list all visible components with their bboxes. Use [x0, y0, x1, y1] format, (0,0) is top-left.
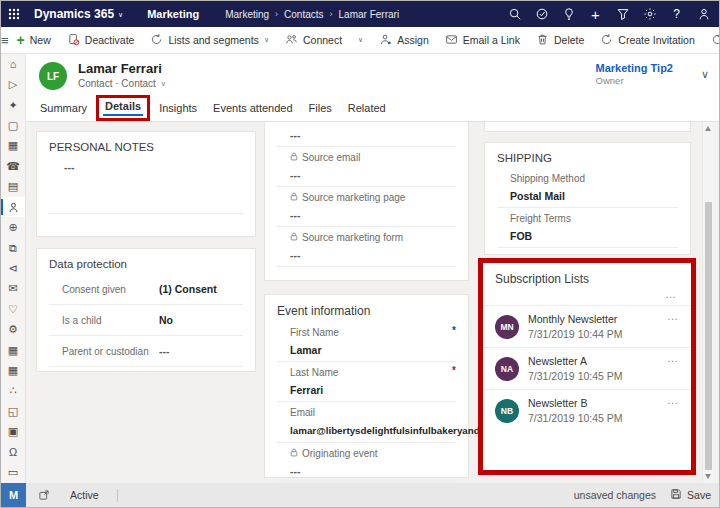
field-parent-or-custodian[interactable]: Parent or custodian ---: [49, 336, 243, 367]
chevron-down-icon[interactable]: ∨: [161, 80, 166, 88]
save-button[interactable]: Save: [670, 488, 711, 502]
more-options-icon[interactable]: …: [667, 352, 679, 364]
contacts-icon[interactable]: [1, 197, 25, 217]
lightbulb-icon[interactable]: [555, 1, 582, 27]
files-icon[interactable]: ⧉: [1, 238, 25, 258]
calendar-icon[interactable]: ▦: [1, 136, 25, 156]
home-icon[interactable]: ⌂: [1, 54, 25, 74]
calendar-icon[interactable]: ▦: [1, 340, 25, 360]
segments-icon[interactable]: ⊕: [1, 217, 25, 237]
page-icon[interactable]: ▢: [1, 115, 25, 135]
create-invitation-button[interactable]: Create Invitation: [592, 27, 702, 53]
new-button[interactable]: + New: [9, 27, 59, 53]
settings-gear-icon[interactable]: [636, 1, 663, 27]
record-status: Active: [70, 489, 99, 501]
source-fields-card: --- Source email --- Source marketing pa…: [264, 122, 469, 281]
pinned-icon[interactable]: ✦: [1, 95, 25, 115]
field-shipping-method[interactable]: Shipping Method Postal Mail: [497, 168, 678, 208]
popout-icon[interactable]: [38, 489, 50, 501]
delete-button[interactable]: Delete: [528, 27, 592, 53]
notes-icon[interactable]: ▤: [1, 177, 25, 197]
scroll-up-arrow[interactable]: [705, 126, 711, 131]
connect-chevron-button[interactable]: ∨: [350, 27, 371, 53]
personal-notes-title: PERSONAL NOTES: [37, 132, 255, 157]
app-switcher[interactable]: Dynamics 365 ∨: [34, 7, 123, 21]
field-consent-given[interactable]: Consent given (1) Consent: [49, 274, 243, 305]
plus-icon: +: [17, 33, 25, 47]
record-tabs: Summary Details Insights Events attended…: [32, 95, 394, 121]
account-person-icon[interactable]: [690, 1, 717, 27]
vertical-scrollbar[interactable]: [702, 122, 713, 483]
notification-bell-icon[interactable]: Ω: [1, 442, 25, 462]
deactivate-icon: [67, 33, 80, 48]
lists-and-segments-button[interactable]: Lists and segments ∨: [142, 27, 277, 53]
breadcrumb-item-contacts[interactable]: Contacts: [284, 9, 323, 20]
field-originating-event[interactable]: Originating event ---: [277, 443, 456, 483]
recent-icon[interactable]: ▷: [1, 74, 25, 94]
list-date: 7/31/2019 10:45 PM: [528, 370, 623, 382]
email-icon[interactable]: ✉: [1, 279, 25, 299]
m-app-badge[interactable]: M: [1, 483, 26, 507]
filter-icon[interactable]: [609, 1, 636, 27]
assign-button[interactable]: Assign: [371, 27, 437, 53]
list-date: 7/31/2019 10:44 PM: [528, 328, 623, 340]
list-name[interactable]: Monthly Newsletter: [528, 313, 623, 325]
chevron-down-icon: ∨: [358, 36, 363, 44]
tab-summary[interactable]: Summary: [32, 102, 95, 114]
app-launcher-waffle-icon[interactable]: [1, 8, 26, 20]
marketing-megaphone-icon[interactable]: ⊲: [1, 258, 25, 278]
list-name[interactable]: Newsletter B: [528, 397, 623, 409]
data-protection-title: Data protection: [37, 249, 255, 274]
field-freight-terms[interactable]: Freight Terms FOB: [497, 208, 678, 248]
task-check-icon[interactable]: [528, 1, 555, 27]
field-top-value[interactable]: ---: [277, 122, 456, 147]
scroll-down-arrow[interactable]: [705, 474, 711, 479]
search-icon[interactable]: [501, 1, 528, 27]
field-source-marketing-form[interactable]: Source marketing form ---: [277, 227, 456, 267]
field-email[interactable]: Email lamar@libertysdelightfulsinfulbake…: [277, 402, 456, 443]
more-options-icon[interactable]: …: [483, 286, 691, 305]
owner-name-link[interactable]: Marketing Tip2: [596, 62, 673, 74]
owner-field[interactable]: Marketing Tip2 Owner: [596, 62, 673, 86]
scrollbar-thumb[interactable]: [705, 202, 712, 470]
lock-icon: [290, 152, 298, 163]
collapse-header-chevron-icon[interactable]: ∨: [701, 68, 709, 81]
field-last-name[interactable]: Last Name * Ferrari: [277, 362, 456, 402]
field-is-a-child[interactable]: Is a child No: [49, 305, 243, 336]
tab-events-attended[interactable]: Events attended: [205, 102, 301, 114]
email-a-link-button[interactable]: Email a Link: [437, 27, 528, 53]
field-source-marketing-page[interactable]: Source marketing page ---: [277, 187, 456, 227]
calendar-icon[interactable]: ▦: [1, 360, 25, 380]
tab-details[interactable]: Details: [103, 100, 143, 116]
breadcrumb-item-marketing[interactable]: Marketing: [225, 9, 269, 20]
change-password-button[interactable]: Change Password: [703, 27, 720, 53]
help-icon[interactable]: ?: [663, 1, 690, 27]
more-options-icon[interactable]: …: [667, 394, 679, 406]
favorites-heart-icon[interactable]: ♡: [1, 299, 25, 319]
list-name[interactable]: Newsletter A: [528, 355, 623, 367]
search-doc-icon[interactable]: ◱: [1, 401, 25, 421]
connect-button[interactable]: Connect: [277, 27, 350, 53]
hamburger-menu-icon[interactable]: ≡: [1, 33, 9, 48]
document-icon[interactable]: ▣: [1, 422, 25, 442]
breadcrumb-item-record[interactable]: Lamar Ferrari: [339, 9, 400, 20]
field-source-email[interactable]: Source email ---: [277, 147, 456, 187]
personal-notes-value[interactable]: ---: [64, 161, 255, 173]
settings-gear-icon[interactable]: ⚙: [1, 319, 25, 339]
tab-related[interactable]: Related: [340, 102, 394, 114]
shipping-card: SHIPPING Shipping Method Postal Mail Fre…: [484, 142, 691, 255]
add-icon[interactable]: +: [582, 1, 609, 27]
top-navigation-bar: Dynamics 365 ∨ Marketing Marketing › Con…: [1, 1, 720, 27]
tab-files[interactable]: Files: [301, 102, 340, 114]
card-icon[interactable]: ▭: [1, 462, 25, 482]
subscription-list-item[interactable]: NA Newsletter A 7/31/2019 10:45 PM …: [483, 347, 691, 389]
area-name[interactable]: Marketing: [147, 8, 199, 20]
phone-icon[interactable]: ☎: [1, 156, 25, 176]
field-first-name[interactable]: First Name * Lamar: [277, 322, 456, 362]
subscription-list-item[interactable]: MN Monthly Newsletter 7/31/2019 10:44 PM…: [483, 305, 691, 347]
more-options-icon[interactable]: …: [667, 310, 679, 322]
deactivate-button[interactable]: Deactivate: [59, 27, 143, 53]
subscription-list-item[interactable]: NB Newsletter B 7/31/2019 10:45 PM …: [483, 389, 691, 431]
tab-insights[interactable]: Insights: [151, 102, 205, 114]
share-icon[interactable]: ∴: [1, 381, 25, 401]
